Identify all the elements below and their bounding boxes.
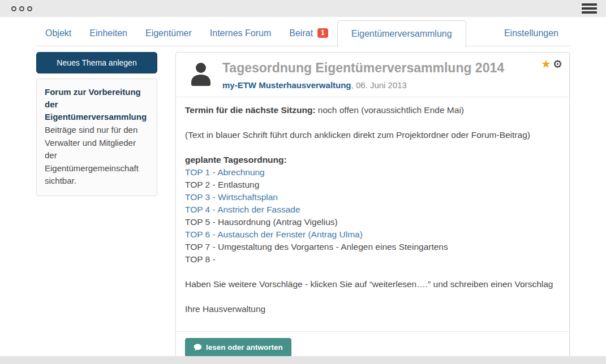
post-author-link[interactable]: my-ETW Musterhausverwaltung: [222, 80, 351, 90]
footer-bar: [0, 356, 606, 364]
tab-eigentuemer[interactable]: Eigentümer: [136, 21, 201, 45]
reply-button[interactable]: lesen oder antworten: [185, 338, 291, 357]
post-header-text: Tagesordnung Eigentümerversammlung 2014 …: [222, 60, 504, 90]
window-dots-icon: [11, 6, 32, 11]
info-box-title: Forum zur Vorbereitung der Eigentümerver…: [45, 86, 149, 123]
agenda-item[interactable]: TOP 6 - Austausch der Fenster (Antrag Ul…: [185, 228, 560, 241]
agenda-list: TOP 1 - Abrechnung TOP 2 - Entlastung TO…: [185, 166, 560, 266]
circle-icon: [27, 6, 32, 11]
circle-icon: [11, 6, 16, 11]
topbar: [0, 0, 606, 17]
tab-internes-forum[interactable]: Internes Forum: [201, 21, 280, 45]
agenda-item: TOP 7 - Umgestaltung des Vorgartens - An…: [185, 241, 560, 253]
sidebar: Neues Thema anlegen Forum zur Vorbereitu…: [36, 52, 157, 196]
post-header-actions: ★ ⚙: [541, 58, 562, 70]
tab-einheiten[interactable]: Einheiten: [80, 21, 136, 45]
post-body: Termin für die nächste Sitzung: noch off…: [176, 97, 569, 331]
term-value: noch offen (voraussichtlich Ende Mai): [318, 105, 464, 115]
tab-einstellungen[interactable]: Einstellungen: [495, 21, 570, 45]
signature-text: Ihre Hausverwaltung: [185, 303, 560, 315]
agenda-heading: geplante Tagesordnung:: [185, 155, 287, 164]
agenda-item: TOP 5 - Hausordnung (Antrag Vigelius): [185, 216, 560, 228]
agenda-item: TOP 2 - Entlastung: [185, 179, 560, 191]
post-date: , 06. Juni 2013: [351, 80, 407, 90]
term-label: Termin für die nächste Sitzung:: [185, 105, 316, 115]
main-content: Neues Thema anlegen Forum zur Vorbereitu…: [0, 46, 606, 364]
sidebar-info-box: Forum zur Vorbereitung der Eigentümerver…: [36, 79, 157, 196]
tab-beirat[interactable]: Beirat 1: [280, 21, 337, 45]
speech-bubble-icon: [194, 344, 202, 351]
tab-bar: Objekt Einheiten Eigentümer Internes For…: [36, 20, 570, 46]
info-box-text: Beiträge sind nur für den Verwalter und …: [45, 124, 149, 188]
reply-button-label: lesen oder antworten: [206, 343, 283, 352]
settings-gear-icon[interactable]: ⚙: [553, 59, 562, 70]
post-card: Tagesordnung Eigentümerversammlung 2014 …: [175, 52, 570, 364]
tab-beirat-label: Beirat: [289, 28, 313, 38]
post-byline: my-ETW Musterhausverwaltung, 06. Juni 20…: [222, 80, 504, 90]
tab-objekt[interactable]: Objekt: [36, 21, 80, 45]
agenda-item: TOP 8 -: [185, 253, 560, 266]
agenda-item[interactable]: TOP 4 - Anstrich der Fassade: [185, 203, 560, 216]
post-header: Tagesordnung Eigentümerversammlung 2014 …: [176, 53, 569, 97]
hamburger-menu-icon[interactable]: [582, 2, 597, 15]
agenda-heading-line: geplante Tagesordnung:: [185, 154, 560, 166]
hint-text: (Text in blauer Schrift führt durch ankl…: [185, 129, 560, 141]
new-topic-button[interactable]: Neues Thema anlegen: [36, 52, 157, 73]
beirat-count-badge: 1: [317, 28, 328, 38]
circle-icon: [19, 6, 24, 11]
tab-eigentuemerversammlung[interactable]: Eigentümerversammlung: [337, 20, 466, 47]
agenda-item[interactable]: TOP 1 - Abrechnung: [185, 166, 560, 179]
agenda-item[interactable]: TOP 3 - Wirtschaftsplan: [185, 191, 560, 203]
person-avatar-icon: [188, 62, 213, 86]
closing-text: Haben Sie weitere Vorschläge - klicken S…: [185, 278, 560, 291]
favorite-star-icon[interactable]: ★: [541, 58, 551, 70]
post-title: Tagesordnung Eigentümerversammlung 2014: [222, 60, 504, 76]
term-line: Termin für die nächste Sitzung: noch off…: [185, 104, 560, 116]
